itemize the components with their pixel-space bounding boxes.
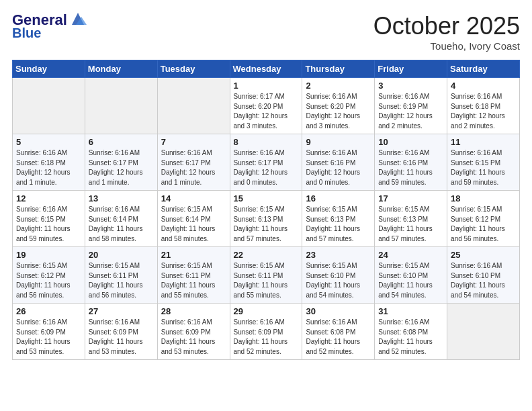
day-info: Sunrise: 6:16 AMSunset: 6:15 PMDaylight:… bbox=[451, 148, 516, 187]
day-number: 22 bbox=[234, 250, 299, 260]
day-info: Sunrise: 6:16 AMSunset: 6:09 PMDaylight:… bbox=[161, 318, 226, 357]
page: General Blue October 2025 Toueho, Ivory … bbox=[0, 0, 532, 367]
day-number: 12 bbox=[16, 193, 81, 203]
calendar-week-row: 5Sunrise: 6:16 AMSunset: 6:18 PMDaylight… bbox=[13, 134, 520, 191]
day-number: 21 bbox=[161, 250, 226, 260]
calendar-header-tuesday: Tuesday bbox=[157, 60, 230, 78]
day-number: 1 bbox=[234, 81, 299, 91]
day-number: 24 bbox=[378, 250, 443, 260]
calendar-cell: 18Sunrise: 6:15 AMSunset: 6:12 PMDayligh… bbox=[447, 191, 520, 247]
day-number: 11 bbox=[451, 137, 516, 147]
logo-icon bbox=[69, 10, 87, 28]
day-info: Sunrise: 6:16 AMSunset: 6:17 PMDaylight:… bbox=[234, 148, 299, 187]
calendar-cell: 16Sunrise: 6:15 AMSunset: 6:13 PMDayligh… bbox=[302, 191, 375, 247]
day-number: 2 bbox=[306, 81, 371, 91]
day-number: 7 bbox=[161, 137, 226, 147]
day-number: 27 bbox=[89, 306, 154, 316]
calendar-cell: 17Sunrise: 6:15 AMSunset: 6:13 PMDayligh… bbox=[375, 191, 447, 247]
calendar-cell: 27Sunrise: 6:16 AMSunset: 6:09 PMDayligh… bbox=[85, 304, 157, 360]
calendar-cell: 1Sunrise: 6:17 AMSunset: 6:20 PMDaylight… bbox=[230, 78, 302, 134]
calendar-cell bbox=[447, 304, 520, 360]
calendar-cell: 20Sunrise: 6:15 AMSunset: 6:11 PMDayligh… bbox=[85, 247, 157, 304]
logo: General Blue bbox=[12, 12, 87, 40]
day-info: Sunrise: 6:16 AMSunset: 6:09 PMDaylight:… bbox=[234, 318, 299, 357]
calendar-header-row: SundayMondayTuesdayWednesdayThursdayFrid… bbox=[13, 60, 520, 78]
day-info: Sunrise: 6:15 AMSunset: 6:11 PMDaylight:… bbox=[234, 261, 299, 300]
day-info: Sunrise: 6:16 AMSunset: 6:20 PMDaylight:… bbox=[306, 92, 371, 131]
day-info: Sunrise: 6:16 AMSunset: 6:14 PMDaylight:… bbox=[89, 205, 154, 244]
day-info: Sunrise: 6:15 AMSunset: 6:12 PMDaylight:… bbox=[16, 261, 81, 300]
day-number: 31 bbox=[378, 306, 443, 316]
calendar-cell: 5Sunrise: 6:16 AMSunset: 6:18 PMDaylight… bbox=[13, 134, 85, 191]
calendar-header-sunday: Sunday bbox=[13, 60, 85, 78]
calendar-header-wednesday: Wednesday bbox=[230, 60, 302, 78]
day-info: Sunrise: 6:16 AMSunset: 6:17 PMDaylight:… bbox=[89, 148, 154, 187]
calendar-table: SundayMondayTuesdayWednesdayThursdayFrid… bbox=[12, 60, 520, 360]
day-info: Sunrise: 6:16 AMSunset: 6:08 PMDaylight:… bbox=[306, 318, 371, 357]
calendar-cell: 4Sunrise: 6:16 AMSunset: 6:18 PMDaylight… bbox=[447, 78, 520, 134]
calendar-cell: 28Sunrise: 6:16 AMSunset: 6:09 PMDayligh… bbox=[157, 304, 230, 360]
calendar-cell: 22Sunrise: 6:15 AMSunset: 6:11 PMDayligh… bbox=[230, 247, 302, 304]
calendar-cell: 3Sunrise: 6:16 AMSunset: 6:19 PMDaylight… bbox=[375, 78, 447, 134]
calendar-cell: 29Sunrise: 6:16 AMSunset: 6:09 PMDayligh… bbox=[230, 304, 302, 360]
day-info: Sunrise: 6:15 AMSunset: 6:14 PMDaylight:… bbox=[161, 205, 226, 244]
day-info: Sunrise: 6:16 AMSunset: 6:09 PMDaylight:… bbox=[16, 318, 81, 357]
day-number: 10 bbox=[378, 137, 443, 147]
calendar-cell: 13Sunrise: 6:16 AMSunset: 6:14 PMDayligh… bbox=[85, 191, 157, 247]
day-number: 19 bbox=[16, 250, 81, 260]
day-number: 13 bbox=[89, 193, 154, 203]
day-number: 5 bbox=[16, 137, 81, 147]
calendar-cell: 23Sunrise: 6:15 AMSunset: 6:10 PMDayligh… bbox=[302, 247, 375, 304]
calendar-cell bbox=[157, 78, 230, 134]
calendar-header-saturday: Saturday bbox=[447, 60, 520, 78]
calendar-header-monday: Monday bbox=[85, 60, 157, 78]
calendar-cell: 25Sunrise: 6:16 AMSunset: 6:10 PMDayligh… bbox=[447, 247, 520, 304]
day-number: 25 bbox=[451, 250, 516, 260]
calendar-cell: 15Sunrise: 6:15 AMSunset: 6:13 PMDayligh… bbox=[230, 191, 302, 247]
day-info: Sunrise: 6:15 AMSunset: 6:13 PMDaylight:… bbox=[234, 205, 299, 244]
day-number: 14 bbox=[161, 193, 226, 203]
day-info: Sunrise: 6:16 AMSunset: 6:18 PMDaylight:… bbox=[16, 148, 81, 187]
day-number: 30 bbox=[306, 306, 371, 316]
calendar-cell: 9Sunrise: 6:16 AMSunset: 6:16 PMDaylight… bbox=[302, 134, 375, 191]
day-info: Sunrise: 6:15 AMSunset: 6:13 PMDaylight:… bbox=[378, 205, 443, 244]
day-info: Sunrise: 6:16 AMSunset: 6:10 PMDaylight:… bbox=[451, 261, 516, 300]
location: Toueho, Ivory Coast bbox=[373, 40, 520, 52]
day-number: 17 bbox=[378, 193, 443, 203]
calendar-cell: 19Sunrise: 6:15 AMSunset: 6:12 PMDayligh… bbox=[13, 247, 85, 304]
day-info: Sunrise: 6:16 AMSunset: 6:19 PMDaylight:… bbox=[378, 92, 443, 131]
day-info: Sunrise: 6:16 AMSunset: 6:08 PMDaylight:… bbox=[378, 318, 443, 357]
calendar-cell: 14Sunrise: 6:15 AMSunset: 6:14 PMDayligh… bbox=[157, 191, 230, 247]
calendar-cell: 12Sunrise: 6:16 AMSunset: 6:15 PMDayligh… bbox=[13, 191, 85, 247]
day-info: Sunrise: 6:16 AMSunset: 6:16 PMDaylight:… bbox=[306, 148, 371, 187]
day-info: Sunrise: 6:15 AMSunset: 6:11 PMDaylight:… bbox=[161, 261, 226, 300]
day-number: 16 bbox=[306, 193, 371, 203]
calendar-cell: 21Sunrise: 6:15 AMSunset: 6:11 PMDayligh… bbox=[157, 247, 230, 304]
day-info: Sunrise: 6:17 AMSunset: 6:20 PMDaylight:… bbox=[234, 92, 299, 131]
calendar-cell: 30Sunrise: 6:16 AMSunset: 6:08 PMDayligh… bbox=[302, 304, 375, 360]
day-number: 23 bbox=[306, 250, 371, 260]
day-info: Sunrise: 6:15 AMSunset: 6:11 PMDaylight:… bbox=[89, 261, 154, 300]
day-info: Sunrise: 6:16 AMSunset: 6:18 PMDaylight:… bbox=[451, 92, 516, 131]
day-info: Sunrise: 6:16 AMSunset: 6:15 PMDaylight:… bbox=[16, 205, 81, 244]
day-number: 9 bbox=[306, 137, 371, 147]
calendar-cell: 31Sunrise: 6:16 AMSunset: 6:08 PMDayligh… bbox=[375, 304, 447, 360]
calendar-cell: 2Sunrise: 6:16 AMSunset: 6:20 PMDaylight… bbox=[302, 78, 375, 134]
day-number: 18 bbox=[451, 193, 516, 203]
day-number: 4 bbox=[451, 81, 516, 91]
calendar-header-friday: Friday bbox=[375, 60, 447, 78]
calendar-cell bbox=[13, 78, 85, 134]
calendar-cell: 10Sunrise: 6:16 AMSunset: 6:16 PMDayligh… bbox=[375, 134, 447, 191]
day-info: Sunrise: 6:16 AMSunset: 6:16 PMDaylight:… bbox=[378, 148, 443, 187]
calendar-cell: 26Sunrise: 6:16 AMSunset: 6:09 PMDayligh… bbox=[13, 304, 85, 360]
title-block: October 2025 Toueho, Ivory Coast bbox=[373, 12, 520, 52]
day-number: 8 bbox=[234, 137, 299, 147]
day-number: 3 bbox=[378, 81, 443, 91]
day-info: Sunrise: 6:16 AMSunset: 6:09 PMDaylight:… bbox=[89, 318, 154, 357]
day-number: 6 bbox=[89, 137, 154, 147]
calendar-header-thursday: Thursday bbox=[302, 60, 375, 78]
day-info: Sunrise: 6:15 AMSunset: 6:13 PMDaylight:… bbox=[306, 205, 371, 244]
calendar-cell: 7Sunrise: 6:16 AMSunset: 6:17 PMDaylight… bbox=[157, 134, 230, 191]
calendar-week-row: 12Sunrise: 6:16 AMSunset: 6:15 PMDayligh… bbox=[13, 191, 520, 247]
logo-blue: Blue bbox=[12, 26, 41, 40]
